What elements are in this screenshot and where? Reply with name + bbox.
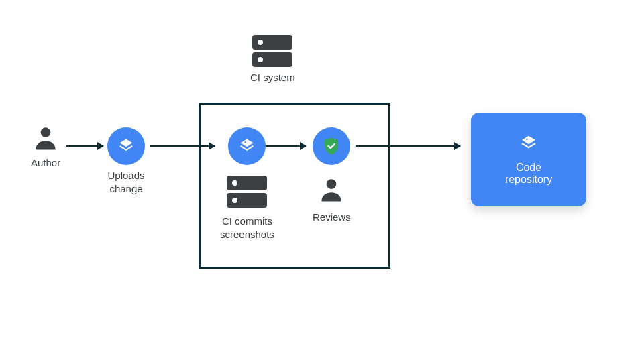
server-unit: [227, 176, 267, 190]
ci-system-label: CI system: [250, 71, 295, 84]
ci-commits-label: CI commits screenshots: [220, 215, 274, 241]
server-stack-icon: [227, 176, 267, 208]
server-unit: [252, 35, 292, 50]
reviews-label: Reviews: [313, 210, 351, 224]
server-unit: [252, 52, 292, 67]
stack-image-icon: [519, 133, 539, 154]
arrow-ci-to-reviews: [266, 145, 306, 147]
repo-node: Code repository: [471, 113, 586, 206]
uploads-circle: [107, 127, 145, 165]
server-stack-icon: [252, 35, 292, 67]
ci-system-node: CI system: [250, 35, 295, 84]
uploads-node: Uploads change: [107, 127, 145, 195]
svg-point-2: [327, 179, 337, 189]
arrow-reviews-to-repo: [356, 145, 460, 147]
svg-point-0: [41, 127, 51, 137]
svg-point-3: [526, 139, 528, 141]
author-node: Author: [31, 124, 60, 170]
person-icon: [32, 124, 60, 152]
person-icon: [317, 176, 345, 204]
reviews-circle: [313, 127, 350, 165]
svg-point-1: [245, 141, 246, 143]
uploads-label: Uploads change: [107, 169, 144, 195]
stack-image-icon: [237, 137, 256, 156]
ci-commits-circle: [228, 127, 266, 165]
shield-check-icon: [321, 136, 341, 156]
arrow-uploads-to-ci: [150, 145, 215, 147]
repo-label: Code repository: [505, 162, 552, 186]
stack-icon: [117, 137, 136, 156]
arrow-author-to-uploads: [66, 145, 103, 147]
ci-commits-node: CI commits screenshots: [220, 127, 274, 241]
server-unit: [227, 193, 267, 208]
reviews-node: Reviews: [313, 127, 351, 224]
author-label: Author: [31, 156, 60, 170]
